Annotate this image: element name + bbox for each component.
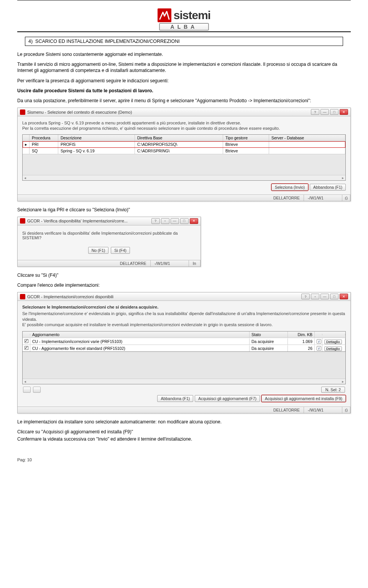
acquisisci-installa-button[interactable]: Acquisisci gli aggiornamenti ed installa…	[261, 395, 346, 402]
window-title: GCOR - Verifica disponibilita' Implement…	[27, 219, 150, 223]
body-text: Cliccare su "Acquisisci gli aggiornament…	[17, 429, 351, 435]
section-heading-box: 4) SCARICO ED INSTALLAZIONE IMPLEMENTAZI…	[25, 37, 343, 46]
body-text: Selezionare la riga PRI e cliccare su "S…	[17, 207, 351, 213]
dialog-heading: Selezionare le Implementazioni/correzion…	[22, 305, 346, 309]
dialog-text: La procedura Spring - SQ v. 6.19 prevede…	[22, 120, 346, 131]
screenshot-context-selection: Sismenu - Selezione del contesto di esec…	[17, 108, 351, 201]
dettaglio-button[interactable]: Dettaglio	[324, 340, 342, 344]
status-terminal: -/W1/W1	[151, 260, 189, 266]
selection-count: N. Sel: 2	[321, 387, 345, 393]
status-bar: DELLATORRE -/W1/W1 ⎙	[18, 407, 350, 413]
status-user: DELLATORRE	[116, 260, 151, 266]
col-direttiva[interactable]: Direttiva Base	[135, 135, 223, 141]
col-stato[interactable]: Stato	[250, 332, 288, 338]
page-number: Pag: 10	[17, 457, 351, 462]
restore-button[interactable]: ▫	[161, 218, 169, 224]
status-mode: In	[189, 260, 200, 266]
minimize-button[interactable]: —	[171, 218, 179, 224]
body-text-bold: Uscire dalle procedure Sistemi da tutte …	[17, 88, 351, 94]
dialog-text: Se l'Implementazione/correzione e' evide…	[22, 311, 346, 327]
body-text: Le implementazioni da installare sono se…	[17, 419, 351, 425]
minimize-button[interactable]: —	[320, 109, 329, 115]
row-checkbox[interactable]	[25, 339, 28, 343]
info-icon[interactable]: i	[317, 346, 321, 351]
status-user: DELLATORRE	[269, 195, 304, 201]
body-text: Confermare la videata successiva con "In…	[17, 436, 351, 442]
col-dim[interactable]: Dim. KB	[288, 332, 315, 338]
grid-row-sq[interactable]: SQ Spring - SQ v. 6.19 C:\ADRI\SPRING\ B…	[23, 148, 345, 154]
row-checkbox[interactable]	[25, 346, 28, 350]
status-bar: DELLATORRE -/W1/W1 ⎙	[18, 194, 350, 201]
logo-mark-icon	[158, 8, 171, 22]
info-icon[interactable]: i	[317, 339, 321, 344]
status-bar: DELLATORRE -/W1/W1 In	[18, 260, 200, 266]
help-button[interactable]: ?	[151, 218, 160, 224]
status-icon: ⎙	[342, 195, 350, 201]
help-button[interactable]: ?	[301, 294, 310, 299]
si-button[interactable]: Si (F4)	[111, 247, 130, 254]
window-title: GCOR - Implementazioni/correzioni dispon…	[27, 294, 299, 299]
window-titlebar: GCOR - Implementazioni/correzioni dispon…	[18, 292, 350, 301]
section-title: SCARICO ED INSTALLAZIONE IMPLEMENTAZIONI…	[35, 39, 180, 44]
col-descrizione[interactable]: Descrizione	[58, 135, 135, 141]
close-button[interactable]: ✕	[190, 218, 198, 224]
close-button[interactable]: ✕	[340, 294, 348, 299]
updates-grid: Aggiornamento Stato Dim. KB CU - Impleme…	[22, 331, 346, 384]
section-number: 4)	[28, 39, 33, 44]
col-server-db[interactable]: Server - Database	[269, 135, 345, 141]
maximize-button[interactable]: □	[330, 294, 338, 299]
minimize-button[interactable]: —	[320, 294, 329, 299]
col-aggiornamento[interactable]: Aggiornamento	[30, 332, 250, 338]
col-tipo-gestore[interactable]: Tipo gestore	[223, 135, 269, 141]
logo-brand: sistemi	[174, 9, 210, 22]
screenshot-updates-list: GCOR - Implementazioni/correzioni dispon…	[17, 292, 351, 413]
body-text: Cliccare su "Si (F4)"	[17, 272, 351, 278]
body-text: Per verificare la presenza di aggiorname…	[17, 78, 351, 84]
page-header: sistemi ALBA	[17, 3, 351, 32]
update-row[interactable]: CU - Aggiornamento file excel standard (…	[23, 345, 345, 352]
close-button[interactable]: ✕	[340, 109, 348, 115]
window-title: Sismenu - Selezione del contesto di esec…	[27, 110, 309, 114]
grid-row-pri[interactable]: ▸ PRI PROFIS C:\ADRI\PROFIS2SQ\ Btrieve	[23, 141, 345, 148]
abbandona-button[interactable]: Abbandona (F1)	[310, 184, 346, 191]
maximize-button[interactable]: □	[330, 109, 338, 115]
body-text: Tramite il servizio di micro aggiornamen…	[17, 61, 351, 74]
status-icon: ⎙	[342, 407, 350, 413]
screenshot-confirm-dialog: GCOR - Verifica disponibilita' Implement…	[17, 217, 201, 267]
procedure-grid: Procedura Descrizione Direttiva Base Tip…	[22, 134, 346, 181]
select-all-icon[interactable]	[23, 387, 31, 393]
app-icon	[20, 294, 25, 299]
body-text: Le procedure Sistemi sono costantemente …	[17, 51, 351, 57]
maximize-button[interactable]: □	[180, 218, 189, 224]
app-icon	[20, 109, 25, 115]
deselect-all-icon[interactable]	[33, 387, 41, 393]
col-procedura[interactable]: Procedura	[30, 135, 58, 141]
help-button[interactable]: ?	[311, 109, 319, 115]
status-terminal: -/W1/W1	[304, 407, 342, 413]
window-titlebar: GCOR - Verifica disponibilita' Implement…	[18, 217, 200, 225]
body-text: Da una sola postazione, preferibilmente …	[17, 98, 351, 104]
body-text: Compare l'elenco delle implementazioni:	[17, 282, 351, 288]
no-button[interactable]: No (F1)	[88, 247, 109, 254]
acquisisci-button[interactable]: Acquisisci gli aggiornamenti (F7)	[195, 395, 260, 402]
seleziona-button[interactable]: Seleziona (Invio)	[271, 184, 308, 191]
window-titlebar: Sismenu - Selezione del contesto di esec…	[18, 108, 350, 116]
update-row[interactable]: CU - Implementazioni\correzioni varie (P…	[23, 338, 345, 345]
status-user: DELLATORRE	[269, 407, 304, 413]
app-icon	[20, 218, 25, 224]
dettaglio-button[interactable]: Dettaglio	[324, 346, 342, 351]
logo-subbrand: ALBA	[159, 23, 209, 31]
restore-button[interactable]: ▫	[311, 294, 319, 299]
abbandona-button[interactable]: Abbandona (F1)	[157, 395, 193, 402]
dialog-question: Si desidera verificare la disponibilita'…	[22, 231, 196, 240]
status-terminal: -/W1/W1	[304, 195, 342, 201]
